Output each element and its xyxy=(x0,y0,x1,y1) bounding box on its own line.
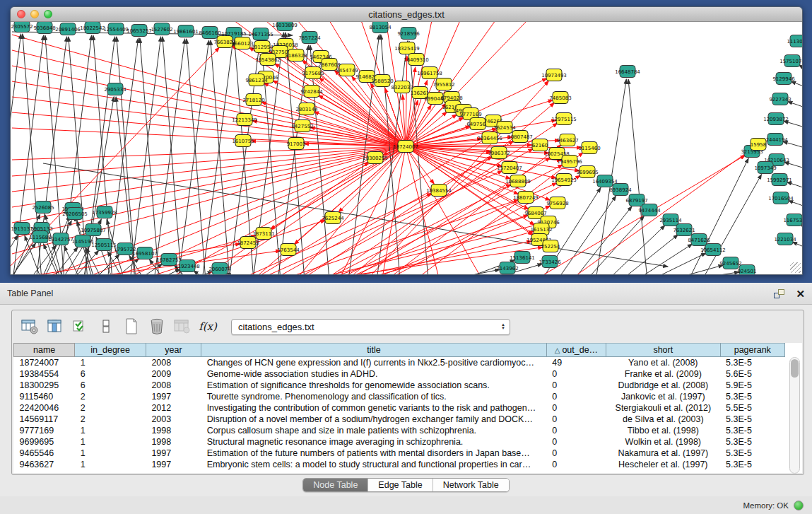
table-cell[interactable]: 1 xyxy=(75,459,146,470)
table-cell[interactable]: 5.3E-5 xyxy=(720,414,784,425)
graph-node[interactable]: 14671355 xyxy=(248,28,273,40)
column-header-out_de[interactable]: △out_de… xyxy=(546,344,606,357)
graph-node[interactable]: 20364456 xyxy=(477,132,502,144)
table-cell[interactable]: 1 xyxy=(75,425,146,436)
float-panel-icon[interactable] xyxy=(774,289,784,298)
table-cell[interactable]: 0 xyxy=(546,414,606,425)
graph-node[interactable]: 9474444 xyxy=(638,204,661,216)
new-table-button[interactable] xyxy=(122,317,141,336)
table-cell[interactable]: 22420046 xyxy=(14,402,75,414)
graph-node[interactable]: 12444194 xyxy=(763,134,788,146)
zoom-window-button[interactable] xyxy=(44,10,52,18)
graph-node[interactable]: 2305572 xyxy=(11,22,33,33)
graph-node[interactable]: 1697349 xyxy=(754,162,776,174)
table-cell[interactable]: 9777169 xyxy=(14,425,75,436)
table-cell[interactable]: 18724007 xyxy=(14,357,75,368)
table-cell[interactable]: 9465546 xyxy=(14,448,75,459)
table-cell[interactable]: Yano et al. (2008) xyxy=(606,357,721,368)
table-vertical-scrollbar[interactable] xyxy=(789,357,800,474)
memory-status-indicator[interactable] xyxy=(794,501,804,510)
column-header-pagerank[interactable]: pagerank xyxy=(720,344,784,357)
table-cell[interactable]: 5.3E-5 xyxy=(720,448,784,459)
graph-node[interactable]: 2718120 xyxy=(242,94,264,106)
table-cell[interactable]: 1998 xyxy=(146,436,201,448)
table-cell[interactable]: 5.6E-5 xyxy=(720,368,784,380)
column-header-title[interactable]: title xyxy=(201,344,547,357)
graph-node[interactable]: 1113044 xyxy=(787,35,802,47)
delete-table-button[interactable] xyxy=(148,317,166,336)
table-cell[interactable]: 5.3E-5 xyxy=(720,391,784,402)
table-cell[interactable]: Changes of HCN gene expression and I(f) … xyxy=(201,357,547,368)
graph-node[interactable]: 2526085 xyxy=(32,201,54,214)
table-cell[interactable]: 2 xyxy=(75,414,146,425)
table-cell[interactable]: 9115460 xyxy=(14,391,75,402)
table-cell[interactable]: Estimation of the future numbers of pati… xyxy=(201,448,547,459)
table-row[interactable]: 946554611997Estimation of the future num… xyxy=(14,448,785,459)
table-cell[interactable]: Dudbridge et al. (2008) xyxy=(606,380,721,391)
table-cell[interactable]: Nakamura et al. (1997) xyxy=(606,448,721,459)
table-cell[interactable]: 0 xyxy=(546,368,606,380)
window-resize-grip[interactable] xyxy=(790,262,801,273)
graph-node[interactable]: 18022542 xyxy=(80,22,105,34)
table-cell[interactable]: Stergiakouli et al. (2012) xyxy=(606,402,721,414)
graph-node[interactable]: 1167539 xyxy=(783,214,802,226)
graph-node[interactable]: 9227343 xyxy=(769,93,791,105)
graph-node[interactable]: 1872453 xyxy=(237,237,259,249)
table-cell[interactable]: 2009 xyxy=(146,368,201,380)
graph-node[interactable]: 1873111 xyxy=(252,228,274,240)
table-cell[interactable]: 1 xyxy=(75,357,146,368)
tab-node-table[interactable]: Node Table xyxy=(303,479,367,491)
graph-node[interactable]: 9129946 xyxy=(772,73,795,85)
graph-node[interactable]: 1913137 xyxy=(11,223,33,235)
tab-edge-table[interactable]: Edge Table xyxy=(367,479,432,491)
graph-node[interactable]: 16648784 xyxy=(615,66,640,78)
graph-node[interactable]: 62160 xyxy=(532,139,548,151)
table-cell[interactable]: 0 xyxy=(546,402,606,414)
graph-node[interactable]: 2060074 xyxy=(208,263,231,275)
graph-node[interactable]: 2143962 xyxy=(496,262,518,274)
table-row[interactable]: 1456911722003Disruption of a novel membe… xyxy=(14,414,785,425)
column-header-year[interactable]: year xyxy=(146,344,201,357)
graph-node[interactable]: 1733426 xyxy=(539,256,561,268)
graph-node[interactable]: 924501 xyxy=(738,265,757,275)
table-cell[interactable]: de Silva et al. (2003) xyxy=(606,414,721,425)
function-builder-button[interactable]: f(x) xyxy=(199,317,217,336)
column-header-in_degree[interactable]: in_degree xyxy=(75,344,146,357)
graph-node[interactable]: 12975115 xyxy=(551,113,577,125)
table-cell[interactable]: 9463627 xyxy=(14,459,75,470)
table-cell[interactable]: 0 xyxy=(546,425,606,436)
network-canvas[interactable]: 2305572903684820891406180225421255440910… xyxy=(11,22,802,274)
merge-rows-button[interactable] xyxy=(97,317,115,336)
table-cell[interactable]: 5.5E-5 xyxy=(720,402,784,414)
close-window-button[interactable] xyxy=(17,10,25,18)
table-cell[interactable]: 2008 xyxy=(146,357,201,368)
graph-node[interactable]: 2905334 xyxy=(104,83,126,95)
table-cell[interactable]: 1998 xyxy=(146,425,201,436)
table-row[interactable]: 1938455462009Genome-wide association stu… xyxy=(14,368,785,380)
scrollbar-thumb[interactable] xyxy=(791,359,799,378)
graph-node[interactable]: 1221034 xyxy=(774,233,796,245)
table-cell[interactable]: Tibbo et al. (1998) xyxy=(606,425,721,436)
table-row[interactable]: 977716911998Corpus callosum shape and si… xyxy=(14,425,785,436)
table-cell[interactable]: 2 xyxy=(75,391,146,402)
table-row[interactable]: 2242004622012Investigating the contribut… xyxy=(14,402,785,414)
graph-node[interactable]: 17016504 xyxy=(768,192,794,204)
column-header-name[interactable]: name xyxy=(14,344,75,357)
network-view-window[interactable]: citations_edges.txt 23055729036848208914… xyxy=(10,6,803,275)
graph-node[interactable]: 7632621 xyxy=(673,224,695,236)
table-cell[interactable]: 1 xyxy=(75,436,146,448)
table-cell[interactable]: 2 xyxy=(75,402,146,414)
graph-node[interactable]: 7986372 xyxy=(488,147,510,159)
table-row[interactable]: 969969511998Structural magnetic resonanc… xyxy=(14,436,785,448)
graph-node[interactable]: 8427552 xyxy=(291,120,313,132)
graph-node[interactable]: 9463627 xyxy=(556,134,578,146)
graph-node[interactable]: 9036848 xyxy=(33,22,55,34)
table-cell[interactable]: Tourette syndrome. Phenomenology and cla… xyxy=(201,391,547,402)
show-columns-button[interactable] xyxy=(46,317,64,336)
table-cell[interactable]: 0 xyxy=(546,436,606,448)
table-cell[interactable]: 0 xyxy=(546,459,606,470)
graph-node[interactable]: 8454749 xyxy=(336,64,358,76)
table-cell[interactable]: 1997 xyxy=(146,391,201,402)
table-cell[interactable]: 5.3E-5 xyxy=(720,425,784,436)
table-cell[interactable]: 6 xyxy=(75,380,146,391)
